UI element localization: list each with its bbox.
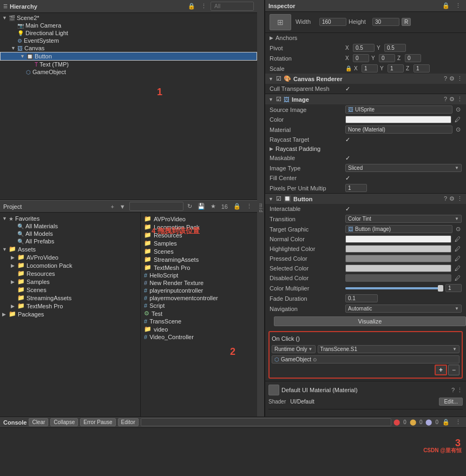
canvas-renderer-menu-icon[interactable]: ⋮ [457,75,463,82]
project-packages[interactable]: ▶ 📁 Packages [0,310,140,318]
runtime-dropdown[interactable]: Runtime Only ▼ [272,345,316,353]
target-graphic-pick[interactable]: ⊙ [455,226,462,233]
pressed-color-swatch[interactable] [345,255,451,262]
project-filter-btn[interactable]: ▼ [118,203,127,210]
project-assets-root[interactable]: ▼ 📁 Assets [0,245,140,253]
project-menu-btn[interactable]: ⋮ [245,202,254,210]
color-multiplier-input[interactable] [445,284,462,292]
project-samples[interactable]: ▶ 📁 Samples [0,277,140,286]
console-menu-btn[interactable]: ⋮ [454,418,463,426]
asset-samples[interactable]: 📁 Samples [141,239,257,247]
normal-color-pick[interactable]: 🖊 [454,236,462,242]
material-pick[interactable]: ⊙ [455,126,462,133]
function-dropdown[interactable]: TransScene.S1 ▼ [318,345,460,353]
image-menu-icon[interactable]: ⋮ [457,96,463,103]
project-lock-btn[interactable]: 🔒 [232,202,242,210]
canvas-renderer-header[interactable]: ▼ ☑ 🎨 Canvas Renderer ? ⚙ ⋮ [265,74,466,84]
color-swatch[interactable] [345,116,451,123]
target-graphic-ref[interactable]: 🖼 Button (Image) [345,225,452,233]
project-locomotion[interactable]: ▶ 📁 Locomotion Pack [0,261,140,269]
hierarchy-item-main-camera[interactable]: 📷 Main Camera [0,22,257,29]
hierarchy-menu-btn[interactable]: ⋮ [199,2,208,10]
project-fav-prefabs[interactable]: 🔍 All Prefabs [0,237,140,245]
scale-z-input[interactable] [414,64,430,72]
color-pick[interactable]: 🖊 [454,116,462,123]
disabled-color-swatch[interactable] [345,274,451,282]
inspector-menu-btn[interactable]: ⋮ [454,2,463,10]
pivot-y-input[interactable] [384,44,406,52]
button-settings-icon[interactable]: ⚙ [449,195,455,202]
asset-avprovideo[interactable]: 📁 AVProVideo [141,215,257,223]
console-lock-btn[interactable]: 🔒 [441,418,451,426]
project-streaming[interactable]: 📁 StreamingAssets [0,294,140,302]
asset-textmesh[interactable]: 📁 TextMesh Pro [141,263,257,272]
project-save-btn[interactable]: 💾 [196,202,207,210]
project-avprovideo[interactable]: ▶ 📁 AVProVideo [0,253,140,261]
navigation-dropdown[interactable]: Automatic ▼ [345,305,462,313]
material-help-icon[interactable]: ? [451,387,455,393]
project-star-btn[interactable]: ★ [209,202,218,210]
hierarchy-item-event-system[interactable]: ⚙ EventSystem [0,37,257,44]
onclick-gameobject-ref[interactable]: ⬡ GameObject ⊙ [272,355,460,363]
scale-x-input[interactable] [362,64,378,72]
console-search[interactable] [141,418,392,426]
asset-playermovement[interactable]: # playermovementcontroller [141,294,257,302]
project-resources[interactable]: 📁 Resources [0,269,140,277]
asset-playerinput[interactable]: # playerinputcontroller [141,287,257,294]
button-help-icon[interactable]: ? [444,195,447,202]
interactable-check[interactable]: ✓ [345,206,350,213]
inspector-lock-btn[interactable]: 🔒 [441,2,451,10]
project-fav-materials[interactable]: 🔍 All Materials [0,222,140,230]
raycast-target-check[interactable]: ✓ [345,136,350,143]
source-image-ref[interactable]: 🖼 UISprite [345,105,452,114]
cull-checkbox[interactable]: ✓ [345,85,350,92]
asset-locomotion[interactable]: 📁 Locomotion Pack [141,223,257,231]
pivot-x-input[interactable] [353,44,375,52]
maskable-check[interactable]: ✓ [345,155,350,162]
project-fav-models[interactable]: 🔍 All Models [0,230,140,237]
disabled-color-pick[interactable]: 🖊 [454,275,462,281]
button-menu-icon[interactable]: ⋮ [457,195,463,202]
color-multiplier-slider[interactable] [345,284,462,292]
asset-helloscript[interactable]: # HelloScript [141,272,257,279]
source-image-pick[interactable]: ⊙ [455,106,462,113]
selected-color-swatch[interactable] [345,265,451,272]
error-pause-button[interactable]: Error Pause [80,418,115,426]
asset-video[interactable]: 📁 video [141,325,257,333]
asset-streaming[interactable]: 📁 StreamingAssets [141,255,257,263]
editor-button[interactable]: Editor [118,418,139,426]
rot-y-input[interactable] [379,54,395,62]
clear-button[interactable]: Clear [29,418,48,426]
r-button[interactable]: R [402,18,411,26]
project-favorites[interactable]: ▼ ★ Favorites [0,215,140,222]
material-menu-icon[interactable]: ⋮ [457,387,463,394]
hierarchy-item-gameobject[interactable]: ⬡ GameObject [0,68,257,76]
rot-x-input[interactable] [353,54,369,62]
project-search[interactable] [129,202,183,211]
visualize-button[interactable]: Visualize [274,316,466,326]
hierarchy-item-canvas[interactable]: ▼ 🖼 Canvas [0,44,257,52]
image-type-dropdown[interactable]: Sliced ▼ [345,164,462,172]
canvas-renderer-help-icon[interactable]: ? [444,75,447,82]
material-ref[interactable]: None (Material) [345,125,452,134]
highlighted-color-swatch[interactable] [345,245,451,253]
pressed-color-pick[interactable]: 🖊 [454,255,462,262]
canvas-renderer-settings-icon[interactable]: ⚙ [449,75,455,82]
asset-script[interactable]: # Script [141,302,257,309]
selected-color-pick[interactable]: 🖊 [454,265,462,272]
pixels-input[interactable] [345,184,367,192]
project-scenes[interactable]: 📁 Scenes [0,286,140,294]
hierarchy-lock-btn[interactable]: 🔒 [186,2,197,10]
width-input[interactable] [319,18,346,26]
normal-color-swatch[interactable] [345,235,451,243]
project-add-btn[interactable]: + [109,203,115,210]
onclick-add-btn[interactable]: + [435,365,447,375]
hierarchy-item-dir-light[interactable]: 💡 Directional Light [0,29,257,37]
project-textmesh[interactable]: ▶ 📁 TextMesh Pro [0,302,140,310]
asset-test[interactable]: ⚙ Test [141,309,257,318]
scale-y-input[interactable] [388,64,404,72]
button-component-header[interactable]: ▼ ☑ 🔲 Button ? ⚙ ⋮ [265,194,466,204]
raycast-padding-row[interactable]: ▶ Raycast Padding [265,144,466,153]
image-help-icon[interactable]: ? [444,96,447,103]
collapse-button[interactable]: Collapse [50,418,78,426]
